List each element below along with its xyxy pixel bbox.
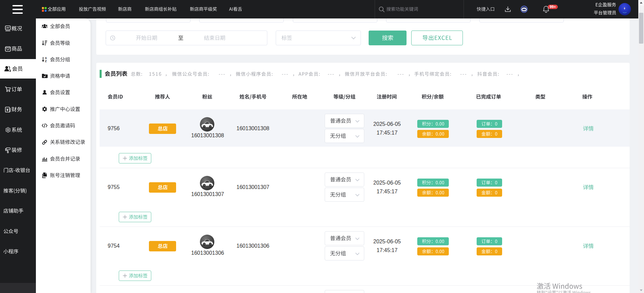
svg-text:Z: Z xyxy=(45,59,47,63)
